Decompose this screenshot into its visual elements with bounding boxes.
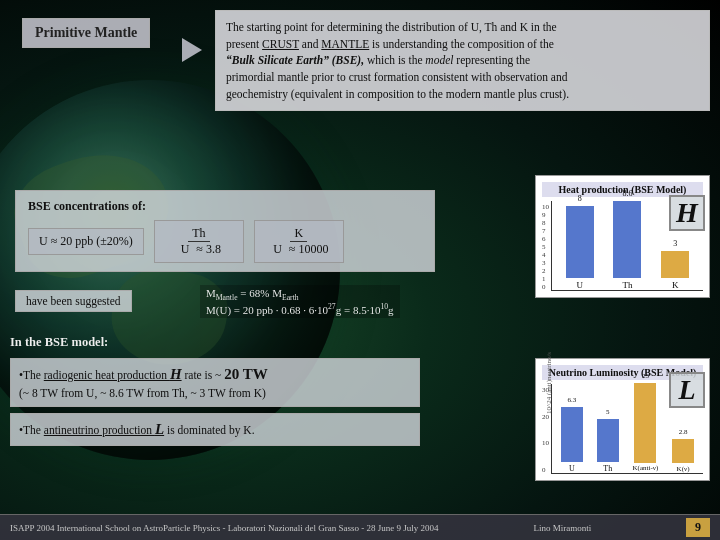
bullet-heat-production: •The radiogenic heat production H rate i… bbox=[10, 358, 420, 407]
intro-model: model bbox=[425, 54, 453, 66]
slide-footer: ISAPP 2004 International School on Astro… bbox=[0, 514, 720, 540]
intro-and: and bbox=[302, 38, 321, 50]
bullet1-sub: (~ 8 TW from U, ~ 8.6 TW from Th, ~ 3 TW… bbox=[19, 387, 266, 399]
formula-th: Th bbox=[188, 226, 209, 242]
bse-formulas-row: U ≈ 20 ppb (±20%) Th U ≈ 3.8 K U ≈ 10000 bbox=[28, 220, 422, 263]
neutrino-bar-u-rect bbox=[561, 407, 583, 462]
y-label-4: 4 bbox=[542, 251, 549, 259]
heat-bar-th-value: 8.6 bbox=[622, 189, 632, 198]
bullet-antineutrino: •The antineutrino production L is domina… bbox=[10, 413, 420, 446]
neutrino-bar-k-nu-value: 2.8 bbox=[679, 428, 688, 436]
neutrino-bar-k-nu: 2.8 K(ν) bbox=[672, 428, 694, 473]
bullet1-rate: rate is ~ bbox=[182, 369, 225, 381]
neutrino-bar-th: 5 Th bbox=[597, 408, 619, 473]
heat-bar-k-rect bbox=[661, 251, 689, 278]
heat-bar-k-label: K bbox=[672, 280, 679, 290]
heat-bar-k-value: 3 bbox=[673, 239, 677, 248]
neutrino-bar-u-value: 6.3 bbox=[568, 396, 577, 404]
bullet1-prefix: •The bbox=[19, 369, 44, 381]
y-label-2: 2 bbox=[542, 267, 549, 275]
neutrino-bar-k-anti: 23 K(anti-ν) bbox=[633, 372, 659, 473]
formula-k-u-approx: ≈ 10000 bbox=[289, 242, 329, 256]
have-been-label: have been suggested bbox=[15, 290, 132, 312]
y-label-5: 5 bbox=[542, 243, 549, 251]
neutrino-bar-u: 6.3 U bbox=[561, 396, 583, 473]
neutrino-bar-th-label: Th bbox=[603, 464, 612, 473]
formula-k-over-u: K U ≈ 10000 bbox=[254, 220, 344, 263]
bullet2-underline: antineutrino production L bbox=[44, 424, 164, 436]
neutrino-bar-th-rect bbox=[597, 419, 619, 462]
intro-crust: CRUST bbox=[262, 38, 299, 50]
formula-u-ppb: U ≈ 20 ppb (±20%) bbox=[28, 228, 144, 255]
heat-bar-th-rect bbox=[613, 201, 641, 278]
intro-which: which is the bbox=[367, 54, 425, 66]
formula-u: U bbox=[177, 242, 194, 257]
intro-line5: geochemistry (equivalent in composition … bbox=[226, 88, 569, 100]
bullet2-prefix: •The bbox=[19, 424, 44, 436]
bse-concentrations-box: BSE concentrations of: U ≈ 20 ppb (±20%)… bbox=[15, 190, 435, 272]
intro-representing: representing the bbox=[453, 54, 530, 66]
intro-is: is understanding the composition of the bbox=[372, 38, 554, 50]
heat-production-chart: Heat production (BSE Model) 10 9 8 7 6 5… bbox=[535, 175, 710, 298]
formula-th-over-u: Th U ≈ 3.8 bbox=[154, 220, 244, 263]
formula-th-u-approx: ≈ 3.8 bbox=[196, 242, 221, 256]
intro-line1: The starting point for determining the d… bbox=[226, 21, 557, 33]
neutrino-bar-k-anti-rect bbox=[634, 383, 656, 463]
mantle-formula-block: MMantle = 68% MEarth M(U) = 20 ppb · 0.6… bbox=[200, 285, 400, 318]
y-label-3: 3 bbox=[542, 259, 549, 267]
intro-line4: primordial mantle prior to crust formati… bbox=[226, 71, 567, 83]
neutrino-y-10: 10 bbox=[542, 439, 549, 447]
formula-u2: U bbox=[269, 242, 286, 257]
neutrino-y-axis-label: 10^24 (anti)neutrino/s bbox=[545, 352, 553, 414]
neutrino-bar-k-nu-label: K(ν) bbox=[677, 465, 690, 473]
intro-text-block: The starting point for determining the d… bbox=[215, 10, 710, 111]
intro-bse-label: “Bulk Silicate Earth” (BSE), bbox=[226, 54, 364, 66]
heat-bar-k: 3 K bbox=[661, 239, 689, 290]
neutrino-bar-k-anti-label: K(anti-ν) bbox=[633, 465, 659, 473]
bullet1-underline: radiogenic heat production H bbox=[44, 369, 182, 381]
neutrino-bar-u-label: U bbox=[569, 464, 575, 473]
neutrino-bar-k-anti-value: 23 bbox=[642, 372, 649, 380]
slide-title: Primitive Mantle bbox=[22, 18, 150, 48]
intro-mantle: MANTLE bbox=[321, 38, 369, 50]
footer-conference-text: ISAPP 2004 International School on Astro… bbox=[10, 523, 439, 533]
heat-bar-u-rect bbox=[566, 206, 594, 278]
bse-concentrations-title: BSE concentrations of: bbox=[28, 199, 422, 214]
bse-model-section: In the BSE model: •The radiogenic heat p… bbox=[10, 335, 420, 452]
big-h-letter: H bbox=[669, 195, 705, 231]
intro-present: present bbox=[226, 38, 262, 50]
heat-bar-th-label: Th bbox=[622, 280, 632, 290]
y-label-7: 7 bbox=[542, 227, 549, 235]
bullet2-rest: is dominated by K. bbox=[164, 424, 254, 436]
formula-k: K bbox=[290, 226, 307, 242]
heat-bar-u: 8 U bbox=[566, 194, 594, 290]
big-l-letter: L bbox=[669, 372, 705, 408]
y-label-0: 0 bbox=[542, 283, 549, 291]
bullet1-big: 20 TW bbox=[224, 366, 267, 382]
mantle-formula-line1: MMantle = 68% MEarth bbox=[206, 287, 299, 299]
title-arrow bbox=[182, 38, 202, 62]
bse-model-title: In the BSE model: bbox=[10, 335, 420, 350]
footer-author-name: Lino Miramonti bbox=[533, 523, 591, 533]
neutrino-bar-k-nu-rect bbox=[672, 439, 694, 463]
y-label-6: 6 bbox=[542, 235, 549, 243]
footer-page-number: 9 bbox=[686, 518, 710, 537]
heat-bar-u-value: 8 bbox=[578, 194, 582, 203]
mantle-formula-line2: M(U) = 20 ppb · 0.68 · 6·1027g = 8.5·101… bbox=[206, 304, 394, 316]
formula-u-text: U ≈ 20 ppb (±20%) bbox=[39, 234, 133, 248]
y-label-10: 10 bbox=[542, 203, 549, 211]
y-label-8: 8 bbox=[542, 219, 549, 227]
heat-bar-th: 8.6 Th bbox=[613, 189, 641, 290]
slide: Primitive Mantle The starting point for … bbox=[0, 0, 720, 540]
neutrino-bar-th-value: 5 bbox=[606, 408, 610, 416]
heat-bar-u-label: U bbox=[577, 280, 584, 290]
y-label-9: 9 bbox=[542, 211, 549, 219]
neutrino-y-0: 0 bbox=[542, 466, 549, 474]
y-label-1: 1 bbox=[542, 275, 549, 283]
